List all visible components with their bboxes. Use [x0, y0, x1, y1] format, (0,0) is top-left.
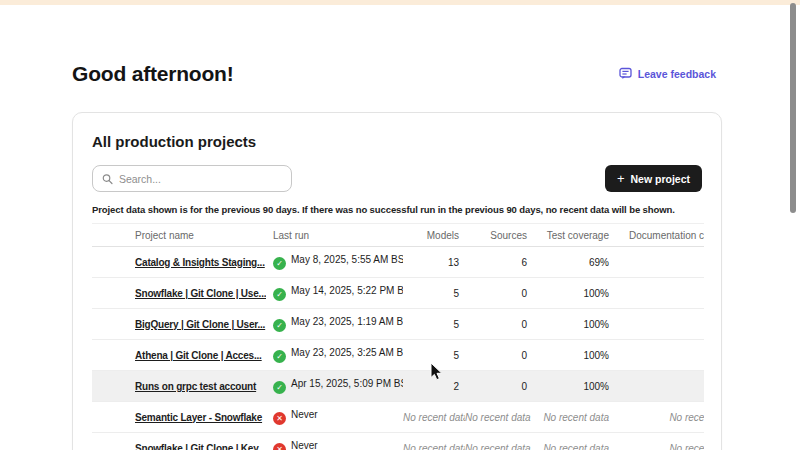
last-run-text: May 23, 2025, 3:25 AM B [291, 347, 403, 358]
search-input[interactable] [119, 173, 282, 185]
documentation-coverage-cell [615, 247, 704, 278]
column-header-sources: Sources [465, 224, 533, 247]
last-run-cell: ✕Never [266, 433, 403, 450]
column-header-project-name: Project name [128, 224, 266, 247]
project-link[interactable]: Semantic Layer - Snowflake [135, 412, 262, 423]
leave-feedback-label: Leave feedback [638, 68, 716, 80]
leave-feedback-link[interactable]: Leave feedback [619, 67, 716, 80]
last-run-text: Apr 15, 2025, 5:09 PM BS [291, 378, 403, 389]
last-run-cell: ✓Apr 15, 2025, 5:09 PM BS [266, 371, 403, 402]
sources-cell: 0 [465, 278, 533, 309]
last-run-text: May 14, 2025, 5:22 PM BS [291, 285, 403, 296]
sources-cell: 6 [465, 247, 533, 278]
last-run-text: Never [291, 409, 318, 420]
run-status-icon: ✓ [273, 350, 286, 363]
project-link[interactable]: BigQuery | Git Clone | User... [135, 319, 265, 330]
models-cell: 5 [403, 340, 465, 371]
test-coverage-cell: No recent data [533, 402, 615, 433]
projects-table: Project nameLast runModelsSourcesTest co… [92, 223, 704, 450]
last-run-text: May 8, 2025, 5:55 AM BS [291, 254, 403, 265]
models-cell: 2 [403, 371, 465, 402]
greeting-title: Good afternoon! [72, 62, 233, 86]
documentation-coverage-cell [615, 278, 704, 309]
documentation-coverage-cell: No recent data [615, 402, 704, 433]
search-input-wrapper[interactable] [92, 165, 292, 192]
documentation-coverage-cell [615, 340, 704, 371]
last-run-cell: ✕Never [266, 402, 403, 433]
table-row[interactable]: Semantic Layer - Snowflake ✕Never No rec… [92, 402, 704, 433]
project-link[interactable]: Snowflake | Git Clone | Use... [135, 288, 266, 299]
sources-cell: 0 [465, 340, 533, 371]
run-status-icon: ✕ [273, 412, 286, 425]
sources-cell: No recent data [465, 402, 533, 433]
projects-card: All production projects + New project Pr… [72, 112, 722, 450]
sources-cell: 0 [465, 371, 533, 402]
last-run-cell: ✓May 8, 2025, 5:55 AM BS [266, 247, 403, 278]
projects-table-container: Project nameLast runModelsSourcesTest co… [92, 223, 704, 450]
run-status-icon: ✕ [273, 443, 286, 450]
table-row[interactable]: BigQuery | Git Clone | User... ✓May 23, … [92, 309, 704, 340]
card-title: All production projects [92, 133, 702, 150]
column-header-test-coverage: Test coverage [533, 224, 615, 247]
data-range-notice: Project data shown is for the previous 9… [92, 204, 702, 215]
project-link[interactable]: Snowflake | Git Clone | Key... [135, 443, 266, 450]
last-run-cell: ✓May 23, 2025, 3:25 AM B [266, 340, 403, 371]
test-coverage-cell: 100% [533, 309, 615, 340]
models-cell: 5 [403, 278, 465, 309]
documentation-coverage-cell [615, 371, 704, 402]
test-coverage-cell: 100% [533, 340, 615, 371]
test-coverage-cell: 69% [533, 247, 615, 278]
models-cell: No recent data [403, 402, 465, 433]
last-run-cell: ✓May 23, 2025, 1:19 AM BS [266, 309, 403, 340]
table-row[interactable]: Snowflake | Git Clone | Use... ✓May 14, … [92, 278, 704, 309]
table-row[interactable]: Snowflake | Git Clone | Key... ✕Never No… [92, 433, 704, 450]
last-run-cell: ✓May 14, 2025, 5:22 PM BS [266, 278, 403, 309]
table-row[interactable]: Runs on grpc test account ✓Apr 15, 2025,… [92, 371, 704, 402]
last-run-text: May 23, 2025, 1:19 AM BS [291, 316, 403, 327]
feedback-icon [619, 67, 632, 80]
card-toolbar: + New project [92, 165, 702, 192]
column-header-star [92, 224, 128, 247]
models-cell: 13 [403, 247, 465, 278]
search-icon [102, 173, 113, 185]
test-coverage-cell: 100% [533, 371, 615, 402]
models-cell: No recent data [403, 433, 465, 450]
project-link[interactable]: Catalog & Insights Staging... [135, 257, 265, 268]
column-header-last-run: Last run [266, 224, 403, 247]
project-link[interactable]: Runs on grpc test account [135, 381, 256, 392]
run-status-icon: ✓ [273, 257, 286, 270]
column-header-documentation-coverage: Documentation coverage [615, 224, 704, 247]
run-status-icon: ✓ [273, 319, 286, 332]
test-coverage-cell: No recent data [533, 433, 615, 450]
models-cell: 5 [403, 309, 465, 340]
column-header-models: Models [403, 224, 465, 247]
run-status-icon: ✓ [273, 381, 286, 394]
project-link[interactable]: Athena | Git Clone | Acces... [135, 350, 262, 361]
documentation-coverage-cell: No recent data [615, 433, 704, 450]
table-row[interactable]: Catalog & Insights Staging... ✓May 8, 20… [92, 247, 704, 278]
plus-icon: + [617, 172, 625, 185]
new-project-button[interactable]: + New project [605, 165, 702, 192]
documentation-coverage-cell [615, 309, 704, 340]
test-coverage-cell: 100% [533, 278, 615, 309]
top-accent-bar [0, 0, 800, 5]
new-project-label: New project [630, 173, 690, 185]
last-run-text: Never [291, 440, 318, 450]
table-header-row: Project nameLast runModelsSourcesTest co… [92, 224, 704, 247]
table-row[interactable]: Athena | Git Clone | Acces... ✓May 23, 2… [92, 340, 704, 371]
page-scrollbar-thumb[interactable] [790, 3, 796, 213]
run-status-icon: ✓ [273, 288, 286, 301]
sources-cell: No recent data [465, 433, 533, 450]
sources-cell: 0 [465, 309, 533, 340]
